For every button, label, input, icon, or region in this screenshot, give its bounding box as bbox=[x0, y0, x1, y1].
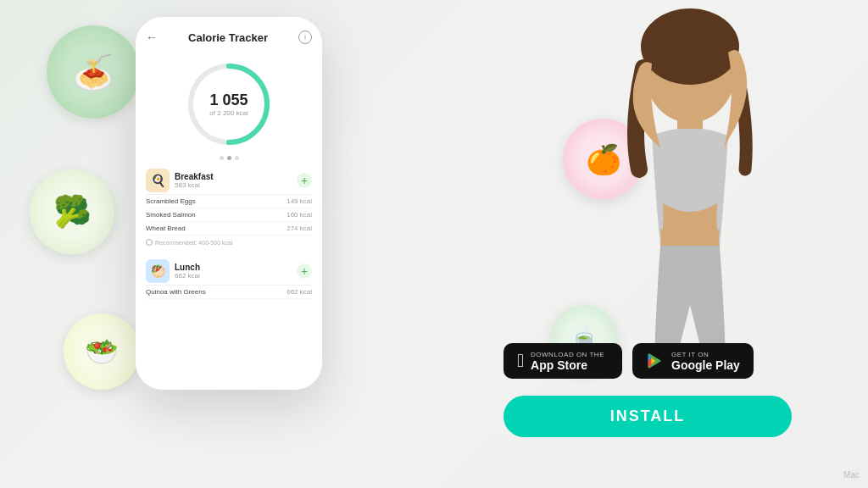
food-plate-bowl: 🥗 bbox=[64, 313, 140, 390]
app-store-sub: Download on the bbox=[531, 351, 604, 358]
breakfast-section: 🍳 Breakfast 583 kcal + Scrambled Eggs 14… bbox=[146, 164, 312, 249]
dot-2 bbox=[227, 156, 231, 160]
lunch-kcal: 662 kcal bbox=[175, 272, 200, 280]
add-lunch-button[interactable]: + bbox=[297, 263, 312, 279]
right-section:  Download on the App Store GET IT ON Go… bbox=[453, 0, 868, 488]
recommended-text: Recommended: 400-500 kcal bbox=[146, 236, 312, 249]
app-store-label: App Store bbox=[531, 358, 604, 372]
apple-icon:  bbox=[517, 350, 524, 372]
phone-title: Calorie Tracker bbox=[188, 31, 268, 44]
breakfast-icon: 🍳 bbox=[146, 169, 170, 192]
dot-3 bbox=[235, 156, 239, 160]
dot-1 bbox=[220, 156, 224, 160]
lunch-title-block: 🥙 Lunch 662 kcal bbox=[146, 259, 297, 283]
breakfast-title-block: 🍳 Breakfast 583 kcal bbox=[146, 169, 297, 192]
google-play-sub: GET IT ON bbox=[671, 351, 740, 358]
lunch-header: 🥙 Lunch 662 kcal + bbox=[146, 254, 312, 286]
lunch-section: 🥙 Lunch 662 kcal + Quinoa with Greens 66… bbox=[146, 254, 312, 299]
google-play-icon bbox=[646, 352, 665, 370]
lunch-name: Lunch bbox=[175, 263, 200, 272]
watermark: Mac bbox=[843, 470, 860, 480]
lunch-icon: 🥙 bbox=[146, 259, 170, 283]
calorie-ring: 1 055 of 2 200 kcal bbox=[182, 58, 275, 151]
phone-header: ← Calorie Tracker i bbox=[146, 27, 312, 51]
add-breakfast-button[interactable]: + bbox=[297, 173, 312, 188]
calorie-ring-container: 1 055 of 2 200 kcal bbox=[146, 51, 312, 164]
calories-total: of 2 200 kcal bbox=[209, 109, 248, 117]
app-store-button[interactable]:  Download on the App Store bbox=[504, 343, 622, 379]
install-button[interactable]: INSTALL bbox=[504, 396, 792, 437]
phone-mockup: ← Calorie Tracker i 1 055 of 2 200 kcal bbox=[136, 17, 322, 390]
rec-icon bbox=[146, 239, 153, 246]
food-item-quinoa: Quinoa with Greens 662 kcal bbox=[146, 286, 312, 299]
food-item-bread: Wheat Bread 274 kcal bbox=[146, 222, 312, 236]
food-item-salmon: Smoked Salmon 160 kcal bbox=[146, 208, 312, 222]
page-dots bbox=[220, 156, 239, 160]
calories-value: 1 055 bbox=[209, 92, 248, 109]
breakfast-header: 🍳 Breakfast 583 kcal + bbox=[146, 164, 312, 195]
food-item-eggs: Scrambled Eggs 149 kcal bbox=[146, 195, 312, 208]
food-plate-asparagus: 🥦 bbox=[30, 169, 114, 254]
info-icon: i bbox=[298, 30, 312, 44]
meals-list: 🍳 Breakfast 583 kcal + Scrambled Eggs 14… bbox=[146, 164, 312, 380]
back-arrow-icon: ← bbox=[146, 30, 158, 44]
google-play-button[interactable]: GET IT ON Google Play bbox=[632, 343, 754, 379]
google-play-label: Google Play bbox=[671, 358, 740, 372]
ring-text: 1 055 of 2 200 kcal bbox=[209, 92, 248, 117]
food-plate-pasta: 🍝 bbox=[47, 25, 140, 119]
breakfast-kcal: 583 kcal bbox=[175, 181, 214, 189]
store-buttons-container:  Download on the App Store GET IT ON Go… bbox=[504, 343, 754, 379]
breakfast-name: Breakfast bbox=[175, 172, 214, 181]
